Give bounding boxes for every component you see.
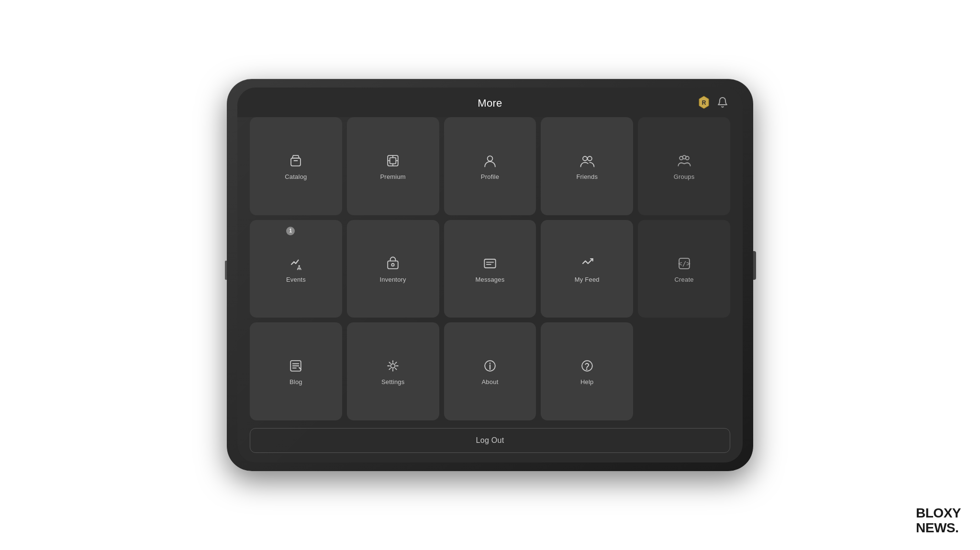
grid-item-profile[interactable]: Profile	[444, 117, 536, 215]
settings-label: Settings	[381, 378, 405, 385]
grid-container: Catalog	[237, 117, 743, 428]
premium-icon	[384, 152, 401, 169]
grid-item-create[interactable]: </> Create	[638, 220, 730, 318]
svg-rect-2	[291, 158, 301, 165]
svg-point-9	[488, 156, 493, 161]
grid-item-premium[interactable]: Premium	[347, 117, 439, 215]
branding-line2: NEWS.	[916, 521, 961, 536]
about-label: About	[482, 378, 499, 385]
catalog-icon	[287, 152, 304, 169]
svg-text:R: R	[702, 99, 706, 106]
grid-item-about[interactable]: About	[444, 322, 536, 420]
inventory-icon	[384, 255, 401, 272]
friends-icon	[579, 152, 596, 169]
premium-label: Premium	[380, 173, 405, 180]
svg-point-15	[299, 265, 301, 267]
branding: BLOXY NEWS.	[916, 506, 961, 536]
grid-item-myfeed[interactable]: My Feed	[541, 220, 633, 318]
grid-item-events[interactable]: 1 Events	[250, 220, 342, 318]
myfeed-icon	[579, 255, 596, 272]
messages-icon	[481, 255, 499, 272]
page-title: More	[478, 97, 502, 110]
tablet-screen: More R	[237, 88, 743, 462]
grid-item-messages[interactable]: Messages	[444, 220, 536, 318]
branding-line1: BLOXY	[916, 506, 961, 521]
grid-item-blog[interactable]: Blog	[250, 322, 342, 420]
blog-label: Blog	[290, 378, 302, 385]
events-icon	[287, 255, 304, 272]
grid-item-friends[interactable]: Friends	[541, 117, 633, 215]
grid-item-help[interactable]: Help	[541, 322, 633, 420]
grid-row-2: 1 Events	[250, 220, 730, 318]
tablet-outer: More R	[227, 79, 753, 471]
help-label: Help	[580, 378, 594, 385]
grid-item-inventory[interactable]: Inventory	[347, 220, 439, 318]
header: More R	[237, 88, 743, 117]
app-container: More R	[237, 88, 743, 462]
friends-label: Friends	[576, 173, 598, 180]
svg-point-34	[490, 363, 491, 364]
profile-icon	[481, 152, 499, 169]
robux-icon[interactable]: R	[697, 95, 711, 110]
notification-icon[interactable]	[717, 97, 728, 108]
svg-point-36	[586, 369, 588, 370]
svg-rect-4	[390, 158, 396, 164]
grid-row-3: Blog Settings	[250, 322, 730, 420]
grid-row-1: Catalog	[250, 117, 730, 215]
profile-label: Profile	[481, 173, 499, 180]
svg-point-20	[391, 264, 394, 266]
svg-rect-21	[484, 259, 495, 268]
svg-text:</>: </>	[678, 259, 690, 267]
svg-line-18	[300, 268, 301, 270]
logout-button[interactable]: Log Out	[250, 428, 730, 453]
badge-events: 1	[286, 227, 295, 235]
help-icon	[579, 357, 596, 374]
svg-point-11	[588, 156, 592, 161]
inventory-label: Inventory	[380, 276, 406, 283]
catalog-label: Catalog	[285, 173, 307, 180]
about-icon	[481, 357, 499, 374]
left-button	[225, 261, 227, 280]
header-icons: R	[697, 95, 728, 110]
create-icon: </>	[676, 255, 693, 272]
blog-icon	[287, 357, 304, 374]
create-label: Create	[674, 276, 693, 283]
svg-rect-19	[388, 261, 398, 268]
grid-item-settings[interactable]: Settings	[347, 322, 439, 420]
settings-icon	[384, 357, 401, 374]
messages-label: Messages	[476, 276, 505, 283]
groups-label: Groups	[674, 173, 695, 180]
myfeed-label: My Feed	[575, 276, 600, 283]
grid-item-empty	[638, 322, 730, 420]
right-button	[753, 251, 756, 280]
logout-container: Log Out	[237, 428, 743, 462]
groups-icon	[676, 152, 693, 169]
svg-point-10	[583, 156, 587, 161]
svg-line-16	[298, 268, 299, 270]
grid-item-groups[interactable]: Groups	[638, 117, 730, 215]
grid-item-catalog[interactable]: Catalog	[250, 117, 342, 215]
svg-point-31	[391, 364, 395, 368]
events-label: Events	[286, 276, 306, 283]
